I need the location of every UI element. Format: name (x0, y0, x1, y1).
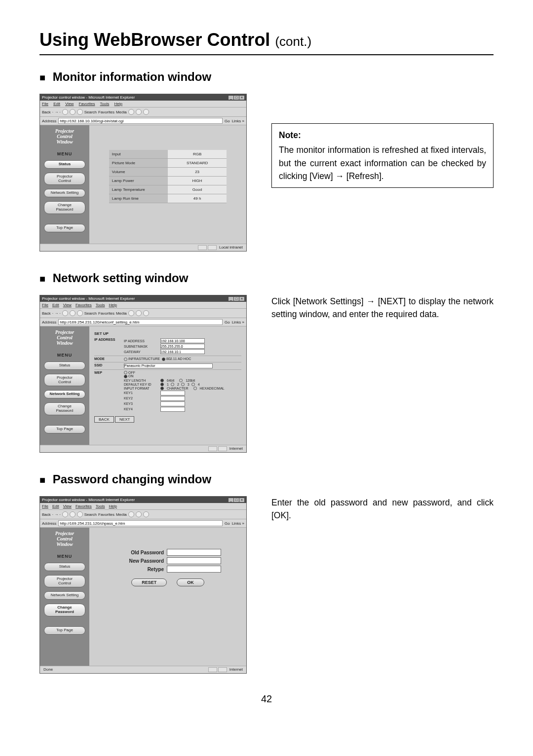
stop-icon[interactable] (62, 109, 68, 115)
home-icon[interactable] (77, 109, 83, 115)
old-password-field[interactable] (167, 549, 221, 556)
sidebar-item-network-setting[interactable]: Network Setting (44, 189, 85, 197)
titlebar: Projector control window - Microsoft Int… (40, 94, 246, 101)
new-password-field[interactable] (167, 557, 221, 564)
address-bar: Address Go Links » (40, 117, 246, 125)
radio-adhoc[interactable] (162, 358, 165, 361)
radio-wep-off[interactable] (124, 371, 127, 374)
sidebar-item-projector-control[interactable]: Projector Control (44, 173, 85, 185)
next-button[interactable]: NEXT (115, 416, 134, 423)
retype-password-field[interactable] (167, 566, 221, 573)
sidebar-item-change-password[interactable]: Change Password (44, 201, 85, 214)
reset-button[interactable]: RESET (131, 578, 167, 586)
note-label: Note: (279, 129, 486, 142)
sidebar-item-status[interactable]: Status (44, 361, 85, 370)
address-input[interactable] (58, 520, 223, 526)
screenshot-monitor: Projector control window - Microsoft Int… (39, 94, 247, 252)
sidebar-item-projector-control[interactable]: Projector Control (44, 374, 85, 387)
window-buttons[interactable]: _□× (228, 95, 244, 100)
screenshot-network: Projector control window - Microsoft Int… (39, 295, 247, 453)
print-icon[interactable] (143, 109, 149, 115)
subnet-field[interactable] (160, 344, 205, 349)
table-row: Lamp Run time49 h (109, 194, 227, 203)
sidebar-item-top-page[interactable]: Top Page (44, 425, 85, 433)
sidebar-item-change-password[interactable]: Change Password (44, 604, 85, 616)
square-bullet-icon: ■ (39, 474, 45, 485)
ip-address-field[interactable] (160, 338, 205, 343)
sidebar-item-network-setting[interactable]: Network Setting (44, 390, 85, 398)
go-button[interactable]: Go (225, 119, 230, 123)
toolbar[interactable]: Back · → · Search Favorites Media (40, 108, 246, 117)
radio-wep-on[interactable] (124, 375, 127, 378)
sidebar-item-status[interactable]: Status (44, 160, 85, 169)
close-icon[interactable]: × (239, 96, 244, 100)
network-body-text: Click [Network Settings] → [NEXT] to dis… (271, 295, 494, 321)
sidebar: Projector Control Window MENU Status Pro… (40, 125, 89, 244)
section-password-heading: ■ Password changing window (39, 472, 494, 486)
table-row: Volume23 (109, 168, 227, 177)
table-row: Picture ModeSTANDARD (109, 159, 227, 168)
key4-field[interactable] (160, 407, 185, 412)
history-icon[interactable] (128, 109, 134, 115)
address-input[interactable] (58, 319, 223, 325)
key3-field[interactable] (160, 401, 185, 406)
zone-icon: Local intranet (218, 245, 244, 250)
key2-field[interactable] (160, 396, 185, 401)
projector-control-window-logo: Projector Control Window (55, 128, 74, 144)
page-title-main: Using WebBrowser Control (39, 30, 270, 50)
page-number: 42 (39, 693, 494, 705)
mail-icon[interactable] (136, 109, 142, 115)
statusbar: Local intranet (40, 244, 246, 251)
screenshot-password: Projector control window - Microsoft Int… (39, 496, 247, 674)
password-body-text: Enter the old password and new password,… (271, 496, 494, 522)
ssid-field[interactable] (124, 363, 213, 368)
page-title: Using WebBrowser Control (cont.) (39, 30, 494, 55)
note-box: Note: The monitor information is refresh… (271, 123, 494, 188)
monitor-info-table: InputRGB Picture ModeSTANDARD Volume23 L… (109, 150, 227, 203)
status-done: Done (42, 667, 54, 672)
minimize-icon[interactable]: _ (228, 96, 233, 100)
radio-64bit[interactable] (160, 379, 164, 382)
sidebar-item-network-setting[interactable]: Network Setting (44, 591, 85, 600)
ok-button[interactable]: OK (177, 578, 204, 586)
note-text: The monitor information is refreshed at … (279, 144, 486, 182)
address-input[interactable] (58, 118, 223, 124)
back-button[interactable]: BACK (94, 416, 114, 423)
section-monitor-heading: ■ Monitor information window (39, 70, 494, 84)
radio-128bit[interactable] (179, 379, 183, 382)
page-title-suffix: (cont.) (275, 34, 311, 49)
links-button[interactable]: Links » (232, 119, 244, 123)
setup-title: SET UP (94, 331, 241, 336)
menubar[interactable]: File Edit View Favorites Tools Help (40, 101, 246, 108)
sidebar-item-top-page[interactable]: Top Page (44, 626, 85, 635)
radio-infrastructure[interactable] (124, 358, 127, 361)
square-bullet-icon: ■ (39, 273, 45, 284)
gateway-field[interactable] (160, 349, 205, 354)
section-network-heading: ■ Network setting window (39, 271, 494, 285)
key1-field[interactable] (160, 391, 185, 396)
table-row: InputRGB (109, 150, 227, 159)
sidebar-item-change-password[interactable]: Change Password (44, 402, 85, 415)
sidebar-item-projector-control[interactable]: Projector Control (44, 575, 85, 588)
refresh-icon[interactable] (70, 109, 76, 115)
back-button[interactable]: Back (42, 110, 51, 114)
sidebar-item-top-page[interactable]: Top Page (44, 224, 85, 232)
sidebar-item-status[interactable]: Status (44, 563, 85, 571)
table-row: Lamp PowerHIGH (109, 177, 227, 185)
square-bullet-icon: ■ (39, 72, 45, 83)
table-row: Lamp TemperatureGood (109, 185, 227, 194)
menu-label: MENU (57, 151, 73, 156)
maximize-icon[interactable]: □ (234, 96, 239, 100)
